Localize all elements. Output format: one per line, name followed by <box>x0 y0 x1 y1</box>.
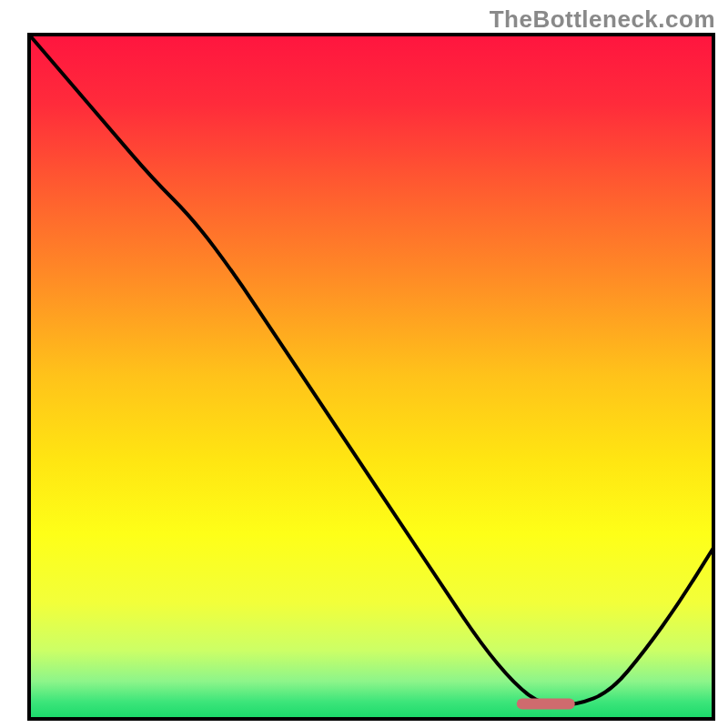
watermark-text: TheBottleneck.com <box>490 5 715 34</box>
chart-frame: TheBottleneck.com <box>0 0 728 728</box>
bottleneck-chart <box>0 0 728 728</box>
optimal-marker <box>517 698 575 709</box>
plot-gradient-bg <box>29 35 713 719</box>
